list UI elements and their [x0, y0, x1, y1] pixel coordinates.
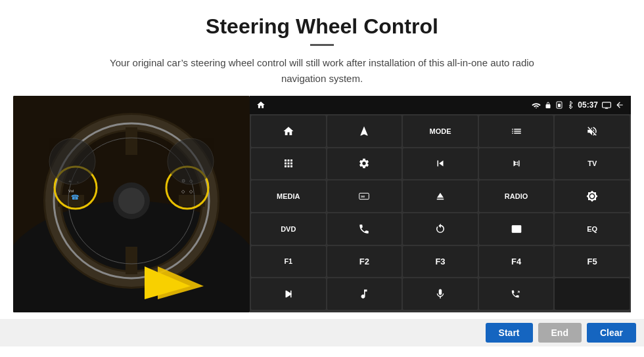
btn-f5[interactable]: F5: [555, 246, 630, 278]
bluetooth-icon: [567, 100, 574, 110]
svg-text:Vol: Vol: [68, 189, 74, 193]
btn-prev[interactable]: [403, 148, 478, 180]
svg-rect-28: [558, 104, 561, 107]
btn-window[interactable]: [479, 213, 554, 245]
buttons-grid: MODE: [250, 114, 631, 312]
btn-list[interactable]: [479, 116, 554, 147]
btn-f2[interactable]: F2: [327, 246, 402, 278]
btn-eq[interactable]: EQ: [555, 213, 630, 245]
header-section: Steering Wheel Control Your original car…: [0, 0, 644, 96]
btn-360[interactable]: 360: [327, 180, 402, 212]
status-time: 05:37: [578, 100, 598, 110]
status-right: 05:37: [532, 100, 624, 110]
svg-point-24: [49, 138, 95, 184]
btn-music[interactable]: [327, 278, 402, 310]
btn-apps[interactable]: [251, 148, 326, 180]
lock-icon: [545, 101, 551, 109]
btn-settings[interactable]: [327, 148, 402, 180]
svg-text:360: 360: [361, 195, 365, 198]
bottom-bar: Start End Clear: [0, 319, 644, 346]
wifi-icon: [532, 102, 541, 108]
control-panel: 05:37 MODE: [250, 96, 631, 312]
sim-icon: [555, 101, 563, 109]
btn-radio[interactable]: RADIO: [479, 180, 554, 212]
btn-home[interactable]: [251, 116, 326, 147]
back-icon: [615, 100, 624, 110]
svg-point-9: [118, 188, 145, 214]
btn-f3[interactable]: F3: [403, 246, 478, 278]
btn-f4[interactable]: F4: [479, 246, 554, 278]
svg-point-25: [168, 138, 214, 184]
clear-button[interactable]: Clear: [587, 323, 636, 343]
btn-play-pause[interactable]: [251, 278, 326, 310]
page-wrapper: Steering Wheel Control Your original car…: [0, 0, 644, 346]
btn-mute[interactable]: [555, 116, 630, 147]
btn-eject[interactable]: [403, 180, 478, 212]
btn-brightness[interactable]: [555, 180, 630, 212]
btn-mode[interactable]: MODE: [403, 116, 478, 147]
btn-empty-1: [555, 278, 630, 310]
btn-swipe[interactable]: [403, 213, 478, 245]
status-bar: 05:37: [250, 96, 631, 114]
svg-rect-26: [546, 104, 551, 108]
svg-rect-32: [512, 226, 521, 233]
content-row: + Vol - ☎ ⚙ ◇ ◇ ◇: [0, 96, 644, 319]
btn-call-answer[interactable]: [479, 278, 554, 310]
btn-navigate[interactable]: [327, 116, 402, 147]
status-left: [256, 100, 265, 110]
btn-tv[interactable]: TV: [555, 148, 630, 180]
svg-text:☎: ☎: [71, 194, 79, 201]
btn-mic[interactable]: [403, 278, 478, 310]
end-button[interactable]: End: [538, 323, 582, 343]
svg-rect-29: [603, 102, 611, 107]
btn-media[interactable]: MEDIA: [251, 180, 326, 212]
btn-phone[interactable]: [327, 213, 402, 245]
title-divider: [310, 44, 334, 46]
btn-next[interactable]: [479, 148, 554, 180]
btn-dvd[interactable]: DVD: [251, 213, 326, 245]
steering-wheel-image: + Vol - ☎ ⚙ ◇ ◇ ◇: [13, 96, 250, 312]
page-title: Steering Wheel Control: [39, 14, 605, 39]
start-button[interactable]: Start: [486, 323, 533, 343]
screen-icon: [602, 102, 611, 109]
btn-f1[interactable]: F1: [251, 246, 326, 278]
subtitle: Your original car’s steering wheel contr…: [92, 55, 552, 87]
home-status-icon: [256, 100, 265, 110]
